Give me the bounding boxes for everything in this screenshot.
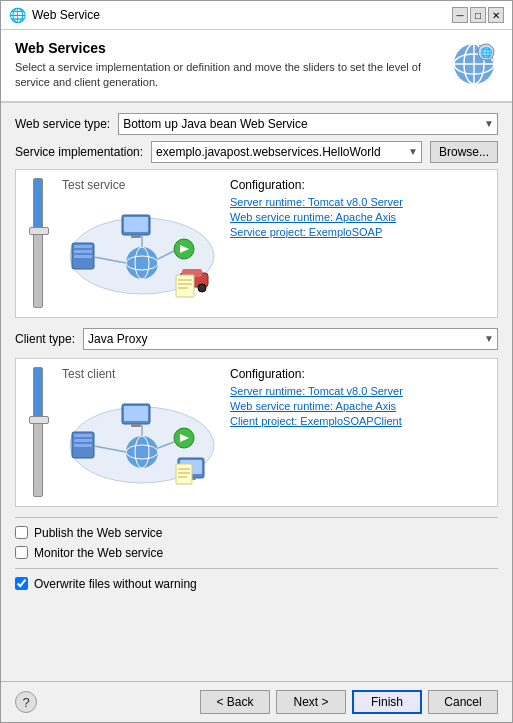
web-service-type-select[interactable]: Bottom up Java bean Web Service [118, 113, 498, 135]
divider-2 [15, 568, 498, 569]
publish-checkbox-row: Publish the Web service [15, 526, 498, 540]
client-panel-inner: Test client [62, 367, 489, 498]
header-icon: 🌐 [450, 40, 498, 88]
header-description: Select a service implementation or defin… [15, 60, 440, 91]
svg-rect-24 [176, 275, 194, 297]
service-config-area: Configuration: Server runtime: Tomcat v8… [230, 178, 489, 309]
service-panel-content: Test service [62, 178, 489, 309]
browse-button[interactable]: Browse... [430, 141, 498, 163]
svg-rect-13 [124, 217, 148, 232]
client-panel-title: Test client [62, 367, 222, 381]
service-config-title: Configuration: [230, 178, 489, 192]
service-diagram-area: Test service [62, 178, 222, 309]
client-panel: Test client [15, 358, 498, 507]
svg-rect-9 [74, 245, 92, 248]
svg-rect-33 [74, 434, 92, 437]
client-project-link[interactable]: Client project: ExemploSOAPClient [230, 415, 489, 427]
minimize-button[interactable]: ─ [452, 7, 468, 23]
client-type-row: Client type: Java Proxy ▼ [15, 328, 498, 350]
svg-rect-47 [176, 464, 192, 484]
close-button[interactable]: ✕ [488, 7, 504, 23]
window-icon: 🌐 [9, 7, 26, 23]
title-bar-controls: ─ □ ✕ [452, 7, 504, 23]
service-slider-thumb[interactable] [29, 227, 49, 235]
service-panel-title: Test service [62, 178, 222, 192]
help-button[interactable]: ? [15, 691, 37, 713]
client-slider-area [24, 367, 52, 497]
service-impl-select[interactable]: exemplo.javapost.webservices.HelloWorld [151, 141, 422, 163]
header-area: Web Services Select a service implementa… [1, 30, 512, 103]
window: 🌐 Web Service ─ □ ✕ Web Services Select … [0, 0, 513, 723]
web-service-type-select-wrapper: Bottom up Java bean Web Service ▼ [118, 113, 498, 135]
svg-rect-34 [74, 439, 92, 442]
svg-rect-10 [74, 250, 92, 253]
service-impl-row: Service implementation: exemplo.javapost… [15, 141, 498, 163]
client-slider-track[interactable] [33, 367, 43, 497]
svg-point-39 [126, 436, 158, 468]
window-title: Web Service [32, 8, 446, 22]
service-diagram-svg [62, 196, 222, 306]
svg-rect-11 [74, 255, 92, 258]
footer: ? < Back Next > Finish Cancel [1, 681, 512, 722]
divider-1 [15, 517, 498, 518]
service-slider-area [24, 178, 52, 308]
svg-point-15 [126, 247, 158, 279]
service-panel: Test service [15, 169, 498, 318]
content-area: Web service type: Bottom up Java bean We… [1, 103, 512, 681]
client-diagram-area: Test client [62, 367, 222, 498]
maximize-button[interactable]: □ [470, 7, 486, 23]
svg-point-22 [198, 284, 206, 292]
overwrite-label: Overwrite files without warning [34, 577, 197, 591]
client-slider-thumb[interactable] [29, 416, 49, 424]
publish-label: Publish the Web service [34, 526, 163, 540]
client-ws-runtime-link[interactable]: Web service runtime: Apache Axis [230, 400, 489, 412]
publish-checkbox[interactable] [15, 526, 28, 539]
overwrite-checkbox[interactable] [15, 577, 28, 590]
client-type-select[interactable]: Java Proxy [83, 328, 498, 350]
svg-rect-37 [124, 406, 148, 421]
overwrite-checkbox-row: Overwrite files without warning [15, 577, 498, 591]
service-impl-select-wrapper: exemplo.javapost.webservices.HelloWorld … [151, 141, 422, 163]
client-type-select-wrapper: Java Proxy ▼ [83, 328, 498, 350]
svg-text:🌐: 🌐 [480, 46, 493, 59]
web-service-type-row: Web service type: Bottom up Java bean We… [15, 113, 498, 135]
service-slider-track[interactable] [33, 178, 43, 308]
service-panel-inner: Test service [62, 178, 489, 309]
client-server-runtime-link[interactable]: Server runtime: Tomcat v8.0 Server [230, 385, 489, 397]
service-project-link[interactable]: Service project: ExemploSOAP [230, 226, 489, 238]
next-button[interactable]: Next > [276, 690, 346, 714]
header-text: Web Services Select a service implementa… [15, 40, 440, 91]
client-panel-content: Test client [62, 367, 489, 498]
cancel-button[interactable]: Cancel [428, 690, 498, 714]
service-impl-label: Service implementation: [15, 145, 143, 159]
client-config-area: Configuration: Server runtime: Tomcat v8… [230, 367, 489, 498]
page-title: Web Services [15, 40, 440, 56]
monitor-checkbox-row: Monitor the Web service [15, 546, 498, 560]
monitor-label: Monitor the Web service [34, 546, 163, 560]
title-bar: 🌐 Web Service ─ □ ✕ [1, 1, 512, 30]
back-button[interactable]: < Back [200, 690, 270, 714]
svg-rect-14 [131, 235, 141, 238]
service-ws-runtime-link[interactable]: Web service runtime: Apache Axis [230, 211, 489, 223]
client-type-label: Client type: [15, 332, 75, 346]
client-config-title: Configuration: [230, 367, 489, 381]
svg-rect-38 [131, 424, 141, 427]
web-service-type-label: Web service type: [15, 117, 110, 131]
svg-rect-35 [74, 444, 92, 447]
service-server-runtime-link[interactable]: Server runtime: Tomcat v8.0 Server [230, 196, 489, 208]
monitor-checkbox[interactable] [15, 546, 28, 559]
finish-button[interactable]: Finish [352, 690, 422, 714]
client-diagram-svg [62, 385, 222, 495]
